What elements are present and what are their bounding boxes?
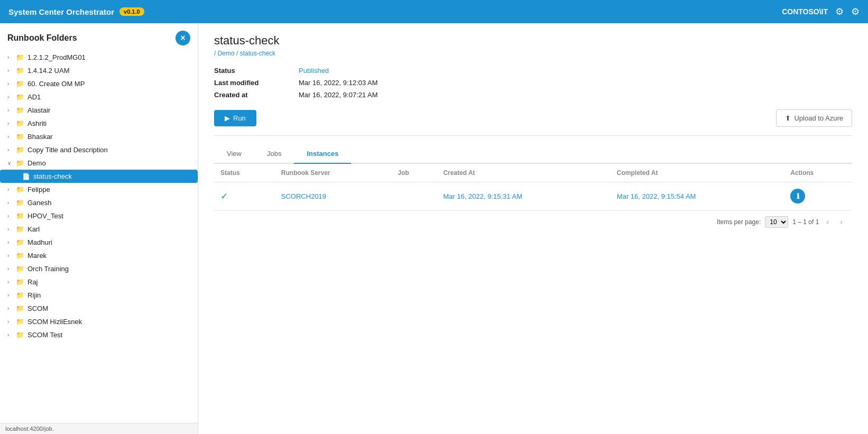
main-layout: Runbook Folders × › 📁 1.2.1.2_ProdMG01 ›…	[0, 23, 868, 434]
sidebar-item-copy[interactable]: › 📁 Copy Title and Description	[0, 143, 198, 156]
folder-icon: 📁	[16, 67, 24, 75]
sidebar-item-bhaskar[interactable]: › 📁 Bhaskar	[0, 130, 198, 143]
meta-row-created-at: Created at Mar 16, 2022, 9:07:21 AM	[214, 91, 852, 99]
sidebar-item-hpov[interactable]: › 📁 HPOV_Test	[0, 209, 198, 223]
breadcrumb-demo[interactable]: Demo	[218, 50, 235, 57]
run-button[interactable]: ▶ Run	[214, 110, 256, 126]
chevron-right-icon: ›	[7, 226, 14, 232]
sidebar: Runbook Folders × › 📁 1.2.1.2_ProdMG01 ›…	[0, 23, 198, 434]
settings-icon[interactable]: ⚙	[835, 6, 844, 17]
sidebar-item-scom-hizli[interactable]: › 📁 SCOM HizliEsnek	[0, 315, 198, 328]
folder-icon: 📁	[16, 159, 24, 167]
sidebar-item-karl[interactable]: › 📁 Karl	[0, 223, 198, 236]
sidebar-item-label: 60. Create OM MP	[27, 80, 85, 88]
sidebar-item-label: SCOM	[27, 304, 48, 312]
sidebar-item-demo[interactable]: ∨ 📁 Demo	[0, 156, 198, 170]
topbar: System Center Orchestrator v0.1.0 CONTOS…	[0, 0, 868, 23]
sidebar-item-alastair[interactable]: › 📁 Alastair	[0, 104, 198, 117]
row-completed-at: Mar 16, 2022, 9:15:54 AM	[611, 182, 784, 210]
content-inner: status-check / Demo / status-check Statu…	[198, 23, 868, 434]
sidebar-item-label: Demo	[27, 159, 46, 167]
items-per-page-select[interactable]: 10 20 50	[765, 216, 788, 228]
sidebar-item-label: AD1	[27, 93, 41, 101]
sidebar-scroll[interactable]: › 📁 1.2.1.2_ProdMG01 › 📁 1.4.14.2 UAM › …	[0, 51, 198, 423]
status-label: Status	[214, 67, 299, 75]
table-header: Status Runbook Server Job Created At Com…	[214, 164, 852, 182]
folder-icon: 📁	[16, 146, 24, 154]
pagination-next-button[interactable]: ›	[837, 216, 846, 228]
chevron-right-icon: ›	[7, 253, 14, 258]
sidebar-item-label: 1.4.14.2 UAM	[27, 67, 70, 75]
folder-icon: 📁	[16, 106, 24, 114]
sidebar-item-1414[interactable]: › 📁 1.4.14.2 UAM	[0, 64, 198, 77]
sidebar-item-label: SCOM Test	[27, 331, 62, 339]
meta-row-status: Status Published	[214, 67, 852, 75]
runbook-server-value[interactable]: SCORCH2019	[281, 192, 326, 200]
col-completed-at: Completed At	[611, 164, 784, 182]
tab-instances[interactable]: Instances	[294, 144, 351, 164]
status-bar-text: localhost:4200/job.	[5, 426, 54, 432]
sidebar-item-rijin[interactable]: › 📁 Rijin	[0, 289, 198, 302]
pagination-prev-button[interactable]: ‹	[823, 216, 832, 228]
sidebar-item-label: HPOV_Test	[27, 212, 63, 220]
breadcrumb-status-check[interactable]: status-check	[240, 50, 275, 57]
version-badge: v0.1.0	[119, 7, 144, 16]
sidebar-item-orch[interactable]: › 📁 Orch Training	[0, 262, 198, 275]
table-row: ✓ SCORCH2019 Mar 16, 2022, 9:15:31 AM Ma…	[214, 182, 852, 210]
sidebar-item-felippe[interactable]: › 📁 Felippe	[0, 183, 198, 196]
sidebar-item-status-check[interactable]: 📄 status-check	[0, 170, 198, 183]
sidebar-item-60[interactable]: › 📁 60. Create OM MP	[0, 77, 198, 90]
chevron-right-icon: ›	[7, 332, 14, 338]
sidebar-title: Runbook Folders	[7, 33, 77, 43]
folder-icon: 📁	[16, 133, 24, 141]
sidebar-item-ad1[interactable]: › 📁 AD1	[0, 90, 198, 104]
upload-button-label: Upload to Azure	[794, 114, 843, 122]
folder-icon: 📁	[16, 53, 24, 61]
tab-jobs[interactable]: Jobs	[254, 144, 294, 164]
chevron-right-icon: ›	[7, 54, 14, 60]
sidebar-item-marek[interactable]: › 📁 Marek	[0, 249, 198, 262]
upload-azure-button[interactable]: ⬆ Upload to Azure	[776, 109, 852, 127]
last-modified-value: Mar 16, 2022, 9:12:03 AM	[299, 79, 378, 87]
sidebar-item-label: Copy Title and Description	[27, 146, 108, 154]
folder-icon: 📁	[16, 265, 24, 273]
sidebar-item-ganesh[interactable]: › 📁 Ganesh	[0, 196, 198, 209]
col-runbook-server: Runbook Server	[275, 164, 392, 182]
sidebar-item-label: Karl	[27, 225, 40, 233]
sidebar-item-label: Madhuri	[27, 238, 52, 246]
tab-instances-label: Instances	[307, 150, 338, 158]
folder-icon: 📁	[16, 225, 24, 233]
sidebar-item-madhuri[interactable]: › 📁 Madhuri	[0, 236, 198, 249]
folder-icon: 📁	[16, 80, 24, 88]
sidebar-item-ashriti[interactable]: › 📁 Ashriti	[0, 117, 198, 130]
chevron-right-icon: ›	[7, 81, 14, 87]
items-per-page-label: Items per page:	[717, 218, 761, 226]
chevron-right-icon: ›	[7, 200, 14, 206]
row-runbook-server: SCORCH2019	[275, 182, 392, 210]
sidebar-item-1212[interactable]: › 📁 1.2.1.2_ProdMG01	[0, 51, 198, 64]
tab-jobs-label: Jobs	[267, 150, 281, 158]
sidebar-close-button[interactable]: ×	[176, 31, 190, 45]
sidebar-item-label: Marek	[27, 252, 47, 260]
gear-icon[interactable]: ⚙	[851, 6, 860, 17]
sidebar-item-scom-test[interactable]: › 📁 SCOM Test	[0, 328, 198, 341]
chevron-right-icon: ›	[7, 147, 14, 153]
info-button[interactable]: ℹ	[790, 189, 805, 204]
topbar-right: CONTOSO\IT ⚙ ⚙	[782, 6, 860, 17]
sidebar-item-scom[interactable]: › 📁 SCOM	[0, 302, 198, 315]
folder-icon: 📁	[16, 278, 24, 286]
tabs: View Jobs Instances	[214, 144, 852, 164]
sidebar-item-label: Raj	[27, 278, 38, 286]
folder-icon: 📁	[16, 252, 24, 260]
chevron-right-icon: ›	[7, 279, 14, 285]
folder-icon: 📁	[16, 318, 24, 326]
divider	[214, 135, 852, 136]
content-area: status-check / Demo / status-check Statu…	[198, 23, 868, 434]
sidebar-item-raj[interactable]: › 📁 Raj	[0, 275, 198, 289]
sidebar-item-label: Felippe	[27, 186, 50, 193]
meta-table: Status Published Last modified Mar 16, 2…	[214, 67, 852, 99]
tab-view[interactable]: View	[214, 144, 254, 164]
folder-icon: 📁	[16, 119, 24, 127]
page-title: status-check	[214, 34, 852, 48]
chevron-right-icon: ›	[7, 68, 14, 73]
